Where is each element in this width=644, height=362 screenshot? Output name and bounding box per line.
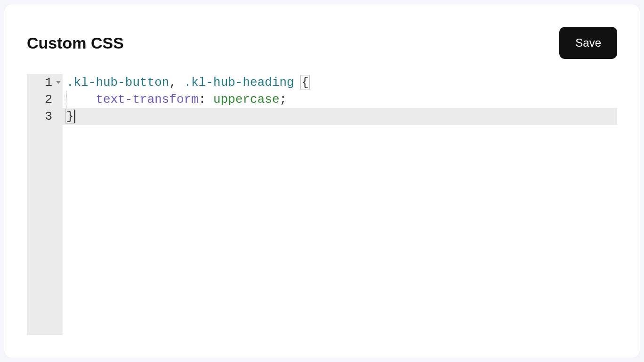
save-button[interactable]: Save — [559, 27, 617, 59]
code-token — [206, 92, 213, 107]
indent-guide — [66, 91, 67, 108]
code-token: .kl-hub-button — [66, 75, 169, 90]
gutter-line: 1 — [27, 74, 63, 91]
code-token: } — [65, 109, 75, 124]
code-token: , — [169, 75, 177, 90]
code-token: .kl-hub-heading — [184, 75, 294, 90]
code-token: ; — [280, 92, 287, 107]
code-token: text-transform — [96, 92, 198, 107]
editor-code-area[interactable]: .kl-hub-button, .kl-hub-heading { text-t… — [63, 74, 617, 335]
code-line[interactable]: } — [63, 108, 617, 125]
code-token: : — [199, 92, 206, 107]
code-line[interactable]: .kl-hub-button, .kl-hub-heading { — [63, 74, 617, 91]
fold-marker-icon[interactable] — [56, 81, 61, 84]
gutter-line: 3 — [27, 108, 63, 125]
code-token — [66, 92, 96, 107]
code-token: { — [300, 75, 310, 90]
page-title: Custom CSS — [27, 34, 124, 52]
code-token: uppercase — [213, 92, 279, 107]
card-header: Custom CSS Save — [27, 27, 617, 59]
editor-gutter: 123 — [27, 74, 63, 335]
code-line[interactable]: text-transform: uppercase; — [63, 91, 617, 108]
text-cursor — [74, 110, 75, 123]
gutter-line: 2 — [27, 91, 63, 108]
code-token — [177, 75, 184, 90]
custom-css-card: Custom CSS Save 123 .kl-hub-button, .kl-… — [4, 4, 640, 358]
css-editor[interactable]: 123 .kl-hub-button, .kl-hub-heading { te… — [27, 74, 617, 335]
